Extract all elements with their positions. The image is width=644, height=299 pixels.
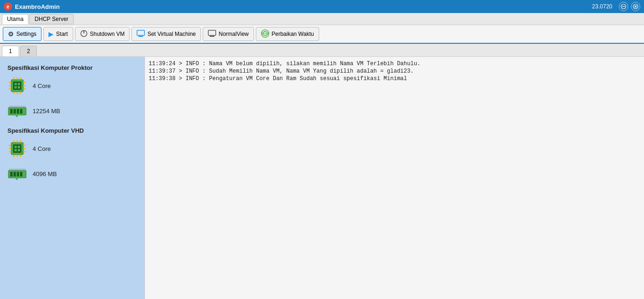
menu-tab-dhcp[interactable]: DHCP Server <box>29 14 73 24</box>
proktor-ram-item: 12254 MB <box>7 101 137 121</box>
proktor-section-title: Spesifikasi Komputer Proktor <box>7 64 137 71</box>
svg-rect-10 <box>137 31 144 35</box>
shutdown-label: Shutdown VM <box>90 31 125 37</box>
perbaikanwaktu-label: Perbaikan Waktu <box>272 31 314 37</box>
content-tab-2[interactable]: 2 <box>20 46 37 56</box>
proktor-cpu-icon <box>7 76 27 95</box>
svg-rect-33 <box>14 86 17 88</box>
svg-rect-67 <box>14 146 17 148</box>
svg-rect-31 <box>14 83 17 85</box>
menu-tab-utama[interactable]: Utama <box>2 14 28 24</box>
proktor-cpu-item: 4 Core <box>7 76 137 95</box>
proktor-core-text: 4 Core <box>33 82 51 89</box>
proktor-ram-icon <box>7 101 27 121</box>
setvm-button[interactable]: Set Virtual Machine <box>131 27 201 41</box>
svg-rect-12 <box>210 36 214 37</box>
toolbar: ⚙ Settings ▶ Start Shutdown VM Set Virtu… <box>0 25 644 44</box>
app-logo-icon: e <box>4 2 12 11</box>
svg-rect-70 <box>18 149 20 151</box>
svg-rect-11 <box>208 30 216 35</box>
app-title: ExambroAdmin <box>15 3 60 10</box>
vhd-section-title: Spesifikasi Komputer VHD <box>7 127 137 134</box>
title-bar-right: 23.0720 <box>592 2 640 11</box>
svg-rect-54 <box>13 144 21 153</box>
main-content: Spesifikasi Komputer Proktor <box>0 57 644 299</box>
vhd-ram-icon <box>7 164 27 183</box>
setvm-icon <box>137 30 145 39</box>
svg-rect-76 <box>16 177 18 180</box>
left-panel: Spesifikasi Komputer Proktor <box>0 57 144 299</box>
svg-rect-72 <box>10 172 13 177</box>
svg-rect-69 <box>14 149 17 151</box>
log-line-3: 11:39:38 > INFO : Pengaturan VM Core Dan… <box>149 75 640 82</box>
svg-rect-32 <box>18 83 20 85</box>
log-line-1: 11:39:24 > INFO : Nama VM belum dipilih,… <box>149 61 640 67</box>
vhd-core-text: 4 Core <box>33 145 51 152</box>
title-bar: e ExambroAdmin 23.0720 <box>0 0 644 13</box>
vhd-ram-item: 4096 MB <box>7 164 137 183</box>
vhd-cpu-icon <box>7 139 27 158</box>
svg-rect-74 <box>17 172 19 177</box>
perbaikanwaktu-button[interactable]: Perbaikan Waktu <box>256 27 319 41</box>
svg-rect-68 <box>18 146 20 148</box>
version-label: 23.0720 <box>592 3 612 10</box>
tab-row: 1 2 <box>0 44 644 57</box>
settings-icon: ⚙ <box>8 30 14 38</box>
start-label: Start <box>56 31 68 37</box>
log-line-2: 11:39:37 > INFO : Sudah Memilih Nama VM,… <box>149 68 640 75</box>
svg-rect-40 <box>16 115 18 117</box>
svg-rect-38 <box>17 109 19 114</box>
svg-rect-37 <box>14 109 16 114</box>
svg-rect-34 <box>18 86 20 88</box>
svg-text:e: e <box>7 4 9 9</box>
svg-rect-18 <box>13 82 21 90</box>
svg-rect-9 <box>138 36 143 37</box>
menu-bar: Utama DHCP Server <box>0 13 644 25</box>
shutdown-button[interactable]: Shutdown VM <box>75 27 130 41</box>
log-panel: 11:39:24 > INFO : Nama VM belum dipilih,… <box>144 57 644 299</box>
svg-rect-75 <box>20 172 22 177</box>
start-icon: ▶ <box>48 30 54 38</box>
vhd-ram-text: 4096 MB <box>33 170 57 177</box>
svg-rect-73 <box>14 172 16 177</box>
normalview-button[interactable]: NormalView <box>203 27 253 41</box>
close-button[interactable] <box>631 2 640 11</box>
shutdown-icon <box>80 30 88 39</box>
vhd-cpu-item: 4 Core <box>7 139 137 158</box>
title-bar-left: e ExambroAdmin <box>4 2 60 11</box>
setvm-label: Set Virtual Machine <box>147 31 196 37</box>
normalview-label: NormalView <box>219 31 248 37</box>
svg-rect-36 <box>10 109 13 114</box>
content-tab-1[interactable]: 1 <box>2 46 19 56</box>
settings-label: Settings <box>16 31 36 37</box>
svg-rect-39 <box>20 109 22 114</box>
normalview-icon <box>208 30 216 39</box>
proktor-ram-text: 12254 MB <box>33 108 60 115</box>
start-button[interactable]: ▶ Start <box>43 27 73 41</box>
minimize-button[interactable] <box>619 2 628 11</box>
settings-button[interactable]: ⚙ Settings <box>3 27 41 41</box>
perbaikanwaktu-icon <box>261 29 269 39</box>
